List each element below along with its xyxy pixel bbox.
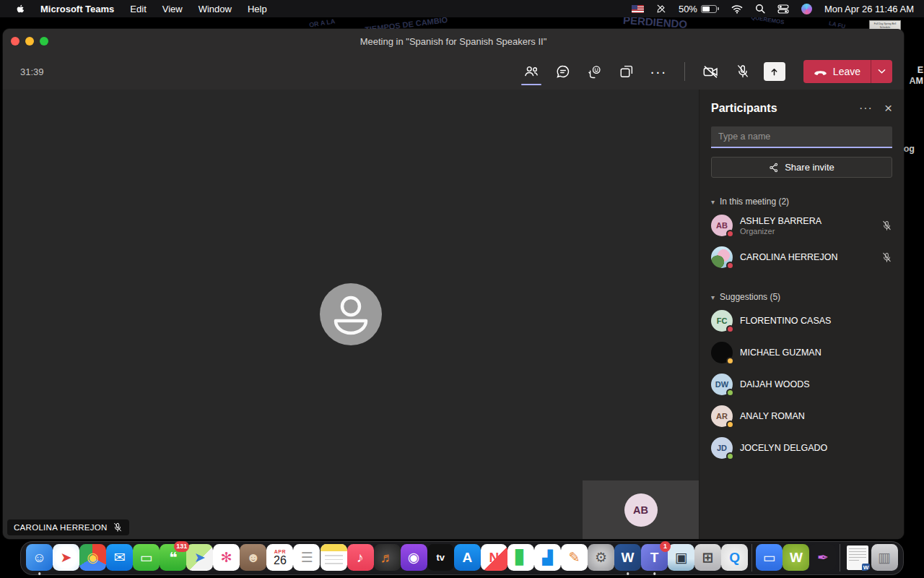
dock-item-reminders[interactable]: ☰ <box>293 543 320 572</box>
share-content-button[interactable] <box>760 57 789 86</box>
status-badge-away <box>726 420 734 428</box>
dock-item-notes[interactable] <box>321 543 347 572</box>
input-language-flag-icon[interactable] <box>632 5 644 13</box>
self-video-tile[interactable]: AB <box>583 480 699 539</box>
dock-item-keynote[interactable]: ▟ <box>534 543 561 572</box>
participants-more-options-button[interactable]: ··· <box>859 102 873 115</box>
dock-item-pages[interactable]: ✎ <box>561 543 588 572</box>
dock-item-graphics-app[interactable]: ✒ <box>809 543 836 572</box>
avatar <box>711 246 733 268</box>
participant-row[interactable]: FCFLORENTINO CASAS <box>711 305 892 337</box>
siri-icon[interactable] <box>801 4 812 14</box>
stage-participant-name: CAROLINA HERREJON <box>14 523 108 532</box>
teams-window: Meeting in "Spanish for Spanish Speakers… <box>3 29 904 539</box>
desktop-label-fragment: E AM <box>910 65 923 87</box>
menu-edit[interactable]: Edit <box>122 4 154 14</box>
participant-row[interactable]: ARANALY ROMAN <box>711 400 892 432</box>
dock-item-chrome[interactable]: ◉ <box>79 543 106 572</box>
share-invite-button[interactable]: Share invite <box>711 157 892 178</box>
dock-item-trash[interactable]: ▥ <box>871 543 898 572</box>
dock-item-finder[interactable]: ☺ <box>26 543 53 572</box>
dock-item-teams[interactable]: T1 <box>641 543 668 572</box>
slashed-pencil-icon[interactable] <box>656 4 666 14</box>
section-label: Suggestions (5) <box>720 292 780 302</box>
section-header[interactable]: ▾Suggestions (5) <box>711 292 892 302</box>
dock-item-apple-tv[interactable]: tv <box>427 543 454 572</box>
wifi-icon[interactable] <box>731 4 743 14</box>
menu-help[interactable]: Help <box>240 4 275 14</box>
dock-item-webroot[interactable]: W <box>783 543 809 572</box>
mic-muted-icon <box>113 522 123 532</box>
avatar: JD <box>711 437 733 459</box>
wallpaper-word: OR A LA <box>308 17 335 29</box>
menu-window[interactable]: Window <box>191 4 240 14</box>
chevron-down-icon: ▾ <box>711 198 715 206</box>
participant-row[interactable]: DWDAIJAH WOODS <box>711 368 892 400</box>
menu-view[interactable]: View <box>154 4 191 14</box>
apple-menu-icon[interactable] <box>9 4 32 14</box>
dock-item-system-preferences[interactable]: ⚙ <box>588 543 614 572</box>
reminders-icon: ☰ <box>293 544 320 571</box>
dock-item-news[interactable]: N <box>481 543 507 572</box>
dock: ☺➤◉✉▭❝131➤✻☻APR26☰♪♬◉tvAN▊▟✎⚙WT1▣⊞Q▭W✒W▥ <box>20 541 904 575</box>
dock-item-facetime[interactable]: ▭ <box>133 543 160 572</box>
spotlight-search-icon[interactable] <box>755 4 765 14</box>
avatar: AB <box>711 215 733 236</box>
facetime-icon: ▭ <box>133 544 160 571</box>
participant-row[interactable]: CAROLINA HERREJON <box>711 241 892 273</box>
menubar-clock[interactable]: Mon Apr 26 11:46 AM <box>824 4 914 14</box>
leave-button[interactable]: Leave <box>803 60 871 83</box>
mail-icon: ✉ <box>106 544 133 571</box>
dock-item-mail[interactable]: ✉ <box>106 543 133 572</box>
stage-name-tag: CAROLINA HERREJON <box>7 519 129 535</box>
chat-button[interactable] <box>549 57 578 86</box>
dock-item-podcasts[interactable]: ◉ <box>401 543 427 572</box>
app-store-icon: A <box>454 544 481 571</box>
participants-toggle-button[interactable] <box>517 57 546 86</box>
dock-item-garageband[interactable]: ♬ <box>374 543 401 572</box>
maps-icon: ➤ <box>186 544 213 571</box>
participant-row[interactable]: JDJOCELYN DELGADO <box>711 432 892 464</box>
pages-icon: ✎ <box>561 544 588 571</box>
chrome-icon: ◉ <box>79 544 106 571</box>
running-indicator-dot <box>627 572 629 575</box>
dock-item-preview[interactable]: ▣ <box>668 543 694 572</box>
dock-item-app-store[interactable]: A <box>454 543 481 572</box>
dock-item-contacts[interactable]: ☻ <box>240 543 266 572</box>
meeting-timer: 31:39 <box>20 66 44 77</box>
participant-row[interactable]: ABASHLEY BARRERAOrganizer <box>711 210 892 241</box>
desktop-label-fragment: og <box>904 144 915 154</box>
dock-item-zoom[interactable]: ▭ <box>756 543 783 572</box>
breakout-rooms-button[interactable] <box>612 57 641 86</box>
dock-item-messages[interactable]: ❝131 <box>160 543 186 572</box>
status-badge-busy <box>726 230 734 238</box>
window-titlebar[interactable]: Meeting in "Spanish for Spanish Speakers… <box>3 29 904 53</box>
dock-item-photos[interactable]: ✻ <box>213 543 240 572</box>
dock-item-calculator[interactable]: ⊞ <box>694 543 721 572</box>
dock-item-minimized-word-doc[interactable]: W <box>845 543 871 572</box>
status-badge-away <box>726 357 734 365</box>
more-actions-button[interactable]: ··· <box>644 57 673 86</box>
leave-options-chevron-button[interactable] <box>871 60 892 83</box>
camera-off-button[interactable] <box>697 57 725 86</box>
dock-item-safari[interactable]: ➤ <box>53 543 79 572</box>
reactions-button[interactable] <box>580 57 609 86</box>
dock-item-word[interactable]: W <box>614 543 641 572</box>
dock-item-calendar[interactable]: APR26 <box>266 543 293 572</box>
news-icon: N <box>481 544 507 571</box>
dock-item-maps[interactable]: ➤ <box>186 543 213 572</box>
control-center-icon[interactable] <box>777 4 789 14</box>
leave-button-label: Leave <box>833 66 860 77</box>
battery-indicator[interactable]: 50% <box>679 4 719 14</box>
avatar: DW <box>711 374 733 395</box>
section-header[interactable]: ▾In this meeting (2) <box>711 197 892 207</box>
dock-item-numbers[interactable]: ▊ <box>507 543 534 572</box>
participant-search-input[interactable] <box>711 126 892 148</box>
participants-close-button[interactable]: × <box>884 101 892 115</box>
participant-row[interactable]: MICHAEL GUZMAN <box>711 337 892 368</box>
mic-muted-button[interactable] <box>728 57 757 86</box>
dock-item-music[interactable]: ♪ <box>347 543 374 572</box>
menubar-app-name[interactable]: Microsoft Teams <box>32 4 122 14</box>
dock-item-quicktime[interactable]: Q <box>721 543 748 572</box>
mic-muted-icon <box>881 220 892 231</box>
